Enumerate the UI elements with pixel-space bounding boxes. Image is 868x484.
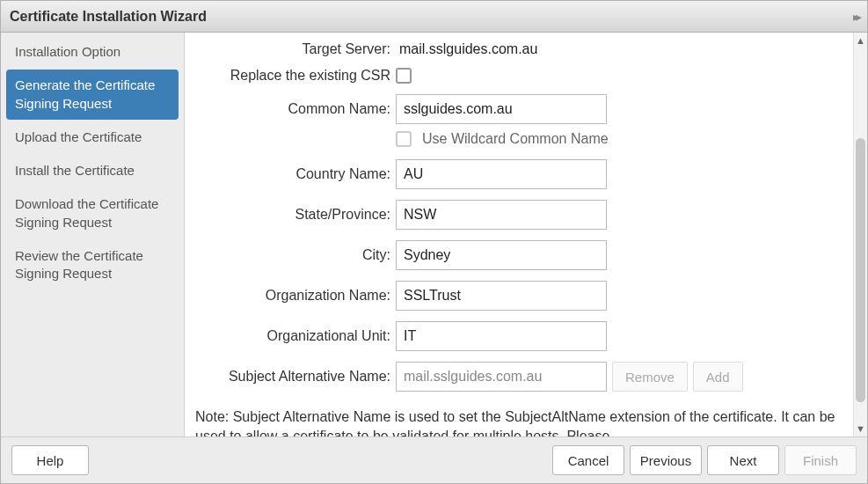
scroll-down-icon[interactable]: ▼: [854, 421, 867, 436]
step-download-csr[interactable]: Download the Certificate Signing Request: [6, 188, 179, 238]
country-label: Country Name:: [192, 166, 396, 182]
row-state: State/Province:: [192, 200, 846, 230]
expand-icon[interactable]: ▸▸: [853, 10, 858, 24]
row-org: Organization Name:: [192, 281, 846, 311]
common-name-input[interactable]: [396, 94, 607, 124]
next-button[interactable]: Next: [707, 445, 779, 475]
san-remove-button: Remove: [612, 362, 688, 392]
row-replace-csr: Replace the existing CSR: [192, 68, 846, 84]
scroll-thumb[interactable]: [856, 138, 865, 402]
finish-button: Finish: [784, 445, 857, 475]
row-san: Subject Alternative Name: Remove Add: [192, 362, 846, 392]
window-title: Certificate Installation Wizard: [10, 9, 207, 25]
row-common-name: Common Name:: [192, 94, 846, 124]
org-input[interactable]: [396, 281, 607, 311]
wizard-body: Installation Option Generate the Certifi…: [1, 33, 867, 436]
cancel-button[interactable]: Cancel: [552, 445, 624, 475]
replace-csr-checkbox[interactable]: [396, 68, 412, 84]
wizard-footer: Help Cancel Previous Next Finish: [1, 436, 867, 483]
replace-csr-label: Replace the existing CSR: [192, 68, 396, 84]
scrollbar-vertical[interactable]: ▲ ▼: [853, 33, 867, 436]
row-target-server: Target Server: mail.sslguides.com.au: [192, 41, 846, 57]
state-input[interactable]: [396, 200, 607, 230]
san-input[interactable]: [396, 362, 607, 392]
state-label: State/Province:: [192, 207, 396, 223]
step-generate-csr[interactable]: Generate the Certificate Signing Request: [6, 70, 179, 120]
san-note-text: Note: Subject Alternative Name is used t…: [192, 402, 846, 436]
previous-button[interactable]: Previous: [630, 445, 702, 475]
title-bar: Certificate Installation Wizard ▸▸: [1, 1, 867, 33]
org-label: Organization Name:: [192, 288, 396, 304]
wildcard-label: Use Wildcard Common Name: [422, 131, 609, 147]
step-install-certificate[interactable]: Install the Certificate: [6, 155, 179, 187]
form-content: Target Server: mail.sslguides.com.au Rep…: [185, 33, 853, 436]
target-server-value: mail.sslguides.com.au: [396, 41, 537, 57]
ou-label: Organizational Unit:: [192, 328, 396, 344]
content-wrapper: Target Server: mail.sslguides.com.au Rep…: [184, 33, 867, 436]
row-city: City:: [192, 240, 846, 270]
ou-input[interactable]: [396, 321, 607, 351]
row-country: Country Name:: [192, 159, 846, 189]
wizard-steps-sidebar: Installation Option Generate the Certifi…: [1, 33, 184, 436]
row-ou: Organizational Unit:: [192, 321, 846, 351]
help-button[interactable]: Help: [11, 445, 89, 475]
target-server-label: Target Server:: [192, 41, 396, 57]
city-input[interactable]: [396, 240, 607, 270]
common-name-label: Common Name:: [192, 101, 396, 117]
country-input[interactable]: [396, 159, 607, 189]
row-wildcard: Use Wildcard Common Name: [192, 131, 846, 147]
san-add-button: Add: [693, 362, 743, 392]
step-upload-certificate[interactable]: Upload the Certificate: [6, 121, 179, 153]
city-label: City:: [192, 247, 396, 263]
step-review-csr[interactable]: Review the Certificate Signing Request: [6, 240, 179, 290]
step-installation-option[interactable]: Installation Option: [6, 36, 179, 68]
san-label: Subject Alternative Name:: [192, 369, 396, 385]
wildcard-checkbox[interactable]: [396, 131, 412, 147]
scroll-up-icon[interactable]: ▲: [854, 33, 867, 48]
